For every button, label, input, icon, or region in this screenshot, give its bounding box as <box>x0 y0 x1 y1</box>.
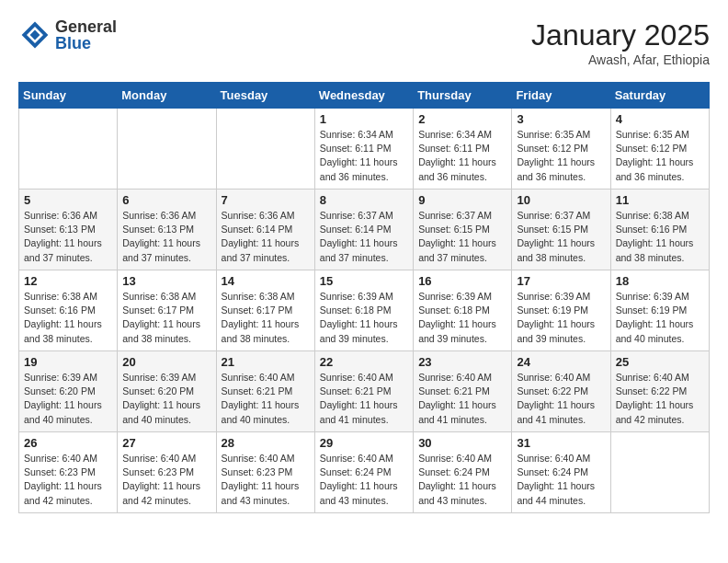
day-info: Sunrise: 6:38 AM Sunset: 6:16 PM Dayligh… <box>24 290 112 346</box>
calendar-cell: 25Sunrise: 6:40 AM Sunset: 6:22 PM Dayli… <box>610 351 709 432</box>
day-number: 24 <box>517 355 605 369</box>
calendar-body: 1Sunrise: 6:34 AM Sunset: 6:11 PM Daylig… <box>19 109 710 513</box>
day-info: Sunrise: 6:39 AM Sunset: 6:20 PM Dayligh… <box>24 371 112 427</box>
day-info: Sunrise: 6:37 AM Sunset: 6:14 PM Dayligh… <box>320 209 408 265</box>
day-number: 3 <box>517 112 605 126</box>
weekday-header-tuesday: Tuesday <box>216 83 314 109</box>
day-number: 22 <box>320 355 408 369</box>
calendar-cell: 19Sunrise: 6:39 AM Sunset: 6:20 PM Dayli… <box>19 351 118 432</box>
day-number: 31 <box>517 436 605 450</box>
weekday-header-wednesday: Wednesday <box>314 83 413 109</box>
day-number: 16 <box>418 274 506 288</box>
calendar-cell: 29Sunrise: 6:40 AM Sunset: 6:24 PM Dayli… <box>314 432 413 513</box>
day-info: Sunrise: 6:39 AM Sunset: 6:18 PM Dayligh… <box>320 290 408 346</box>
day-number: 13 <box>122 274 210 288</box>
day-info: Sunrise: 6:36 AM Sunset: 6:13 PM Dayligh… <box>122 209 210 265</box>
day-info: Sunrise: 6:36 AM Sunset: 6:13 PM Dayligh… <box>24 209 112 265</box>
calendar-cell: 23Sunrise: 6:40 AM Sunset: 6:21 PM Dayli… <box>414 351 512 432</box>
day-info: Sunrise: 6:37 AM Sunset: 6:15 PM Dayligh… <box>418 209 506 265</box>
calendar-cell: 14Sunrise: 6:38 AM Sunset: 6:17 PM Dayli… <box>216 270 314 351</box>
day-info: Sunrise: 6:40 AM Sunset: 6:23 PM Dayligh… <box>222 452 310 508</box>
logo-blue-text: Blue <box>55 35 117 52</box>
day-info: Sunrise: 6:40 AM Sunset: 6:24 PM Dayligh… <box>517 452 605 508</box>
month-title: January 2025 <box>531 18 710 52</box>
calendar-cell: 6Sunrise: 6:36 AM Sunset: 6:13 PM Daylig… <box>118 190 216 270</box>
day-info: Sunrise: 6:40 AM Sunset: 6:21 PM Dayligh… <box>320 371 408 427</box>
day-info: Sunrise: 6:40 AM Sunset: 6:23 PM Dayligh… <box>122 452 210 508</box>
calendar-header: SundayMondayTuesdayWednesdayThursdayFrid… <box>19 83 710 109</box>
weekday-row: SundayMondayTuesdayWednesdayThursdayFrid… <box>19 83 710 109</box>
day-number: 28 <box>222 436 310 450</box>
day-number: 30 <box>418 436 506 450</box>
day-info: Sunrise: 6:40 AM Sunset: 6:23 PM Dayligh… <box>24 452 112 508</box>
weekday-header-friday: Friday <box>512 83 610 109</box>
calendar-cell: 16Sunrise: 6:39 AM Sunset: 6:18 PM Dayli… <box>414 270 512 351</box>
weekday-header-monday: Monday <box>118 83 216 109</box>
day-info: Sunrise: 6:40 AM Sunset: 6:22 PM Dayligh… <box>517 371 605 427</box>
calendar-week-3: 12Sunrise: 6:38 AM Sunset: 6:16 PM Dayli… <box>19 270 710 351</box>
calendar-cell: 8Sunrise: 6:37 AM Sunset: 6:14 PM Daylig… <box>314 190 413 270</box>
day-number: 23 <box>418 355 506 369</box>
day-info: Sunrise: 6:39 AM Sunset: 6:19 PM Dayligh… <box>616 290 704 346</box>
day-info: Sunrise: 6:40 AM Sunset: 6:24 PM Dayligh… <box>418 452 506 508</box>
calendar-cell <box>19 109 118 190</box>
day-number: 29 <box>320 436 408 450</box>
title-block: January 2025 Awash, Afar, Ethiopia <box>531 18 710 67</box>
calendar-cell: 20Sunrise: 6:39 AM Sunset: 6:20 PM Dayli… <box>118 351 216 432</box>
day-info: Sunrise: 6:34 AM Sunset: 6:11 PM Dayligh… <box>320 128 408 184</box>
calendar-cell: 15Sunrise: 6:39 AM Sunset: 6:18 PM Dayli… <box>314 270 413 351</box>
day-info: Sunrise: 6:40 AM Sunset: 6:24 PM Dayligh… <box>320 452 408 508</box>
day-number: 21 <box>222 355 310 369</box>
calendar-cell: 22Sunrise: 6:40 AM Sunset: 6:21 PM Dayli… <box>314 351 413 432</box>
day-info: Sunrise: 6:34 AM Sunset: 6:11 PM Dayligh… <box>418 128 506 184</box>
calendar-cell: 1Sunrise: 6:34 AM Sunset: 6:11 PM Daylig… <box>314 109 413 190</box>
calendar-cell: 27Sunrise: 6:40 AM Sunset: 6:23 PM Dayli… <box>118 432 216 513</box>
calendar-cell: 7Sunrise: 6:36 AM Sunset: 6:14 PM Daylig… <box>216 190 314 270</box>
logo: General Blue <box>18 18 117 52</box>
calendar-cell: 28Sunrise: 6:40 AM Sunset: 6:23 PM Dayli… <box>216 432 314 513</box>
day-number: 10 <box>517 193 605 207</box>
day-number: 17 <box>517 274 605 288</box>
day-number: 18 <box>616 274 704 288</box>
calendar-week-5: 26Sunrise: 6:40 AM Sunset: 6:23 PM Dayli… <box>19 432 710 513</box>
calendar-cell: 26Sunrise: 6:40 AM Sunset: 6:23 PM Dayli… <box>19 432 118 513</box>
day-number: 1 <box>320 112 408 126</box>
calendar-cell: 5Sunrise: 6:36 AM Sunset: 6:13 PM Daylig… <box>19 190 118 270</box>
calendar-cell: 30Sunrise: 6:40 AM Sunset: 6:24 PM Dayli… <box>414 432 512 513</box>
calendar-week-2: 5Sunrise: 6:36 AM Sunset: 6:13 PM Daylig… <box>19 190 710 270</box>
calendar-cell <box>118 109 216 190</box>
day-info: Sunrise: 6:36 AM Sunset: 6:14 PM Dayligh… <box>222 209 310 265</box>
day-info: Sunrise: 6:35 AM Sunset: 6:12 PM Dayligh… <box>517 128 605 184</box>
day-number: 5 <box>24 193 112 207</box>
day-info: Sunrise: 6:39 AM Sunset: 6:20 PM Dayligh… <box>122 371 210 427</box>
calendar-cell: 13Sunrise: 6:38 AM Sunset: 6:17 PM Dayli… <box>118 270 216 351</box>
calendar-cell: 17Sunrise: 6:39 AM Sunset: 6:19 PM Dayli… <box>512 270 610 351</box>
day-number: 25 <box>616 355 704 369</box>
day-info: Sunrise: 6:40 AM Sunset: 6:21 PM Dayligh… <box>418 371 506 427</box>
day-number: 15 <box>320 274 408 288</box>
calendar-cell: 18Sunrise: 6:39 AM Sunset: 6:19 PM Dayli… <box>610 270 709 351</box>
day-info: Sunrise: 6:37 AM Sunset: 6:15 PM Dayligh… <box>517 209 605 265</box>
day-info: Sunrise: 6:38 AM Sunset: 6:17 PM Dayligh… <box>222 290 310 346</box>
calendar-cell: 3Sunrise: 6:35 AM Sunset: 6:12 PM Daylig… <box>512 109 610 190</box>
calendar-cell: 11Sunrise: 6:38 AM Sunset: 6:16 PM Dayli… <box>610 190 709 270</box>
day-number: 14 <box>222 274 310 288</box>
weekday-header-sunday: Sunday <box>19 83 118 109</box>
page-header: General Blue January 2025 Awash, Afar, E… <box>18 18 710 67</box>
calendar-table: SundayMondayTuesdayWednesdayThursdayFrid… <box>18 82 710 513</box>
day-number: 7 <box>222 193 310 207</box>
calendar-cell: 2Sunrise: 6:34 AM Sunset: 6:11 PM Daylig… <box>414 109 512 190</box>
day-info: Sunrise: 6:39 AM Sunset: 6:19 PM Dayligh… <box>517 290 605 346</box>
day-number: 8 <box>320 193 408 207</box>
day-info: Sunrise: 6:39 AM Sunset: 6:18 PM Dayligh… <box>418 290 506 346</box>
day-number: 9 <box>418 193 506 207</box>
day-number: 2 <box>418 112 506 126</box>
calendar-cell: 24Sunrise: 6:40 AM Sunset: 6:22 PM Dayli… <box>512 351 610 432</box>
day-number: 11 <box>616 193 704 207</box>
logo-general: General <box>55 18 117 35</box>
day-info: Sunrise: 6:40 AM Sunset: 6:22 PM Dayligh… <box>616 371 704 427</box>
logo-icon <box>18 18 51 52</box>
day-number: 26 <box>24 436 112 450</box>
calendar-cell: 10Sunrise: 6:37 AM Sunset: 6:15 PM Dayli… <box>512 190 610 270</box>
weekday-header-saturday: Saturday <box>610 83 709 109</box>
